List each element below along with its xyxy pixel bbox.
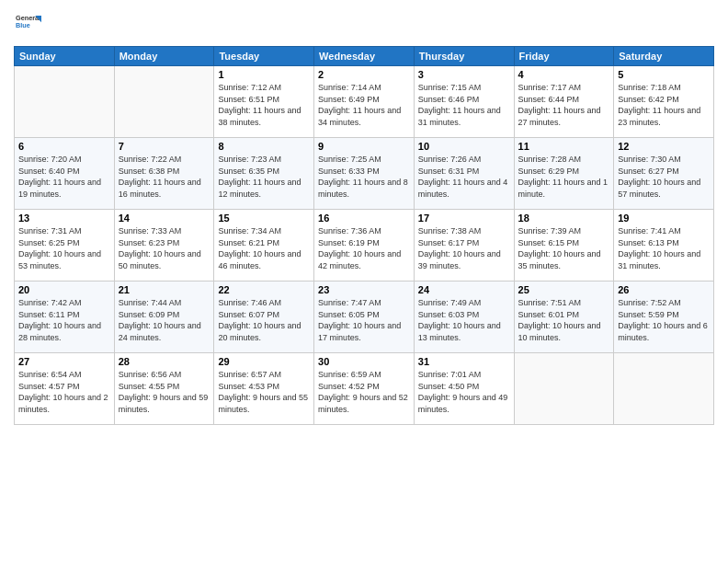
calendar-cell: 17Sunrise: 7:38 AM Sunset: 6:17 PM Dayli… — [414, 210, 514, 282]
calendar-cell: 26Sunrise: 7:52 AM Sunset: 5:59 PM Dayli… — [614, 282, 714, 353]
calendar-cell: 6Sunrise: 7:20 AM Sunset: 6:40 PM Daylig… — [15, 138, 115, 210]
calendar-cell: 31Sunrise: 7:01 AM Sunset: 4:50 PM Dayli… — [414, 353, 514, 425]
calendar-table: SundayMondayTuesdayWednesdayThursdayFrid… — [14, 46, 714, 425]
day-info: Sunrise: 7:14 AM Sunset: 6:49 PM Dayligh… — [318, 82, 410, 128]
day-number: 21 — [119, 284, 210, 295]
calendar-cell: 13Sunrise: 7:31 AM Sunset: 6:25 PM Dayli… — [15, 210, 115, 282]
day-number: 19 — [618, 213, 710, 224]
day-number: 22 — [218, 284, 310, 295]
day-info: Sunrise: 7:46 AM Sunset: 6:07 PM Dayligh… — [218, 297, 310, 343]
day-info: Sunrise: 7:22 AM Sunset: 6:38 PM Dayligh… — [119, 154, 210, 200]
day-info: Sunrise: 7:20 AM Sunset: 6:40 PM Dayligh… — [18, 154, 110, 200]
calendar-cell: 16Sunrise: 7:36 AM Sunset: 6:19 PM Dayli… — [314, 210, 415, 282]
day-info: Sunrise: 7:23 AM Sunset: 6:35 PM Dayligh… — [218, 154, 310, 200]
calendar-cell: 22Sunrise: 7:46 AM Sunset: 6:07 PM Dayli… — [214, 282, 314, 353]
day-number: 12 — [618, 141, 710, 152]
day-info: Sunrise: 7:44 AM Sunset: 6:09 PM Dayligh… — [119, 297, 210, 343]
day-info: Sunrise: 7:47 AM Sunset: 6:05 PM Dayligh… — [318, 297, 410, 343]
weekday-header: Monday — [114, 47, 214, 66]
day-number: 3 — [418, 69, 510, 80]
day-info: Sunrise: 7:38 AM Sunset: 6:17 PM Dayligh… — [418, 225, 510, 271]
day-info: Sunrise: 7:17 AM Sunset: 6:44 PM Dayligh… — [518, 82, 610, 128]
day-info: Sunrise: 7:26 AM Sunset: 6:31 PM Dayligh… — [418, 154, 510, 200]
calendar-cell: 28Sunrise: 6:56 AM Sunset: 4:55 PM Dayli… — [114, 353, 214, 425]
day-number: 29 — [218, 356, 310, 367]
weekday-header: Thursday — [414, 47, 514, 66]
calendar-cell: 20Sunrise: 7:42 AM Sunset: 6:11 PM Dayli… — [15, 282, 115, 353]
day-number: 4 — [518, 69, 610, 80]
calendar-page: General Blue SundayMondayTuesdayWednesda… — [0, 0, 728, 563]
logo: General Blue — [14, 9, 41, 39]
day-number: 16 — [318, 213, 410, 224]
day-number: 27 — [18, 356, 110, 367]
svg-text:Blue: Blue — [16, 21, 30, 29]
day-info: Sunrise: 7:01 AM Sunset: 4:50 PM Dayligh… — [418, 369, 510, 415]
day-info: Sunrise: 7:39 AM Sunset: 6:15 PM Dayligh… — [518, 225, 610, 271]
calendar-week-row: 27Sunrise: 6:54 AM Sunset: 4:57 PM Dayli… — [15, 353, 714, 425]
day-number: 28 — [119, 356, 210, 367]
day-number: 10 — [418, 141, 510, 152]
calendar-cell: 1Sunrise: 7:12 AM Sunset: 6:51 PM Daylig… — [214, 66, 314, 138]
day-info: Sunrise: 7:12 AM Sunset: 6:51 PM Dayligh… — [218, 82, 310, 128]
calendar-cell: 10Sunrise: 7:26 AM Sunset: 6:31 PM Dayli… — [414, 138, 514, 210]
day-number: 13 — [18, 213, 110, 224]
calendar-cell: 14Sunrise: 7:33 AM Sunset: 6:23 PM Dayli… — [114, 210, 214, 282]
calendar-cell: 4Sunrise: 7:17 AM Sunset: 6:44 PM Daylig… — [514, 66, 614, 138]
calendar-body: 1Sunrise: 7:12 AM Sunset: 6:51 PM Daylig… — [15, 66, 714, 425]
calendar-cell: 21Sunrise: 7:44 AM Sunset: 6:09 PM Dayli… — [114, 282, 214, 353]
day-number: 7 — [119, 141, 210, 152]
day-info: Sunrise: 7:31 AM Sunset: 6:25 PM Dayligh… — [18, 225, 110, 271]
day-info: Sunrise: 7:36 AM Sunset: 6:19 PM Dayligh… — [318, 225, 410, 271]
day-info: Sunrise: 7:51 AM Sunset: 6:01 PM Dayligh… — [518, 297, 610, 343]
day-info: Sunrise: 6:59 AM Sunset: 4:52 PM Dayligh… — [318, 369, 410, 415]
day-number: 2 — [318, 69, 410, 80]
day-info: Sunrise: 7:18 AM Sunset: 6:42 PM Dayligh… — [618, 82, 710, 128]
day-info: Sunrise: 6:54 AM Sunset: 4:57 PM Dayligh… — [18, 369, 110, 415]
calendar-week-row: 13Sunrise: 7:31 AM Sunset: 6:25 PM Dayli… — [15, 210, 714, 282]
calendar-cell — [15, 66, 115, 138]
day-info: Sunrise: 6:57 AM Sunset: 4:53 PM Dayligh… — [218, 369, 310, 415]
day-info: Sunrise: 7:42 AM Sunset: 6:11 PM Dayligh… — [18, 297, 110, 343]
calendar-cell — [514, 353, 614, 425]
day-number: 23 — [318, 284, 410, 295]
calendar-cell: 3Sunrise: 7:15 AM Sunset: 6:46 PM Daylig… — [414, 66, 514, 138]
day-info: Sunrise: 7:25 AM Sunset: 6:33 PM Dayligh… — [318, 154, 410, 200]
day-info: Sunrise: 6:56 AM Sunset: 4:55 PM Dayligh… — [119, 369, 210, 415]
calendar-cell: 24Sunrise: 7:49 AM Sunset: 6:03 PM Dayli… — [414, 282, 514, 353]
calendar-cell: 2Sunrise: 7:14 AM Sunset: 6:49 PM Daylig… — [314, 66, 415, 138]
day-info: Sunrise: 7:49 AM Sunset: 6:03 PM Dayligh… — [418, 297, 510, 343]
day-number: 25 — [518, 284, 610, 295]
calendar-cell: 15Sunrise: 7:34 AM Sunset: 6:21 PM Dayli… — [214, 210, 314, 282]
weekday-header: Wednesday — [314, 47, 415, 66]
calendar-cell: 27Sunrise: 6:54 AM Sunset: 4:57 PM Dayli… — [15, 353, 115, 425]
calendar-cell: 11Sunrise: 7:28 AM Sunset: 6:29 PM Dayli… — [514, 138, 614, 210]
calendar-cell: 18Sunrise: 7:39 AM Sunset: 6:15 PM Dayli… — [514, 210, 614, 282]
day-number: 30 — [318, 356, 410, 367]
calendar-week-row: 20Sunrise: 7:42 AM Sunset: 6:11 PM Dayli… — [15, 282, 714, 353]
day-number: 14 — [119, 213, 210, 224]
header: General Blue — [14, 9, 714, 39]
weekday-header: Friday — [514, 47, 614, 66]
day-number: 17 — [418, 213, 510, 224]
day-number: 6 — [18, 141, 110, 152]
calendar-cell: 7Sunrise: 7:22 AM Sunset: 6:38 PM Daylig… — [114, 138, 214, 210]
day-info: Sunrise: 7:41 AM Sunset: 6:13 PM Dayligh… — [618, 225, 710, 271]
day-number: 26 — [618, 284, 710, 295]
calendar-cell: 29Sunrise: 6:57 AM Sunset: 4:53 PM Dayli… — [214, 353, 314, 425]
day-info: Sunrise: 7:34 AM Sunset: 6:21 PM Dayligh… — [218, 225, 310, 271]
calendar-header-row: SundayMondayTuesdayWednesdayThursdayFrid… — [15, 47, 714, 66]
calendar-cell: 25Sunrise: 7:51 AM Sunset: 6:01 PM Dayli… — [514, 282, 614, 353]
calendar-cell: 23Sunrise: 7:47 AM Sunset: 6:05 PM Dayli… — [314, 282, 415, 353]
day-number: 18 — [518, 213, 610, 224]
calendar-cell — [614, 353, 714, 425]
day-number: 24 — [418, 284, 510, 295]
weekday-header: Sunday — [15, 47, 115, 66]
weekday-header: Tuesday — [214, 47, 314, 66]
calendar-cell: 19Sunrise: 7:41 AM Sunset: 6:13 PM Dayli… — [614, 210, 714, 282]
day-number: 8 — [218, 141, 310, 152]
day-info: Sunrise: 7:30 AM Sunset: 6:27 PM Dayligh… — [618, 154, 710, 200]
day-number: 31 — [418, 356, 510, 367]
calendar-cell: 8Sunrise: 7:23 AM Sunset: 6:35 PM Daylig… — [214, 138, 314, 210]
day-number: 5 — [618, 69, 710, 80]
calendar-cell: 5Sunrise: 7:18 AM Sunset: 6:42 PM Daylig… — [614, 66, 714, 138]
